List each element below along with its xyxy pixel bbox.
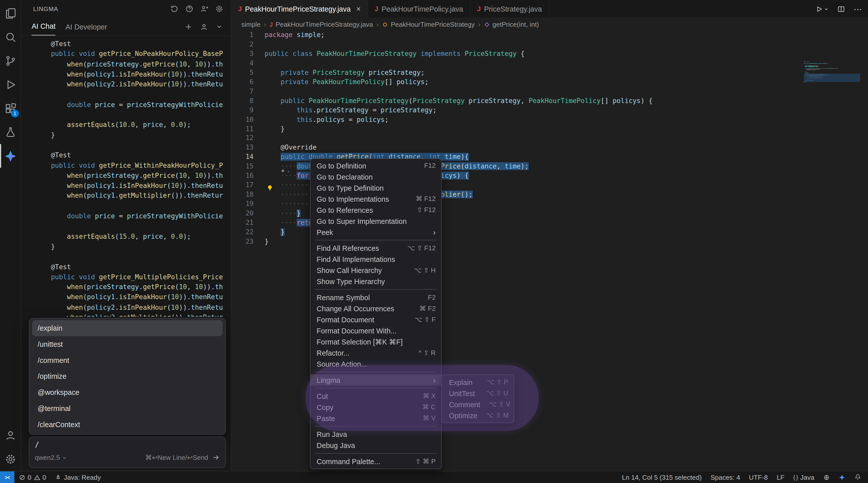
chat-code-line: when(policy2.isInPeakHour(10)).thenRetu: [51, 79, 231, 89]
chevron-down-icon[interactable]: [214, 22, 224, 32]
breadcrumb-item-getprice-int-int[interactable]: getPrice(int, int): [484, 20, 539, 28]
chat-input-box[interactable]: / qwen2.5 ⌘↩New Line/↩Send: [29, 436, 226, 468]
chat-code-line: when(policy2.getMultiplier()).thenRetur: [51, 313, 231, 317]
menu-item-go-to-implementations[interactable]: Go to Implementations⌘ F12: [310, 193, 441, 204]
menu-item-run-java[interactable]: Run Java: [310, 429, 441, 440]
menu-item-find-all-implementations[interactable]: Find All Implementations: [310, 254, 441, 265]
submenu-item-explain[interactable]: Explain⌥ ⇧ P: [442, 377, 514, 388]
menu-item-show-type-hierarchy[interactable]: Show Type Hierarchy: [310, 276, 441, 287]
slash-command-workspace[interactable]: @workspace: [32, 384, 223, 400]
chat-code-line: when(policy1.isInPeakHour(10)).thenRetu: [51, 69, 231, 79]
menu-item-peek[interactable]: Peek›: [310, 227, 441, 238]
problems-status[interactable]: 0 0: [14, 472, 51, 483]
menu-item-source-action[interactable]: Source Action...: [310, 358, 441, 369]
breadcrumb-separator: ›: [478, 20, 480, 28]
activity-explorer-icon[interactable]: [0, 1, 20, 25]
remote-indicator[interactable]: ><: [0, 472, 14, 483]
slash-command-unittest[interactable]: /unittest: [32, 336, 223, 352]
cursor-position[interactable]: Ln 14, Col 5 (315 selected): [617, 472, 706, 483]
lingma-codelens-icon[interactable]: ⌄: [280, 167, 290, 176]
send-hint: ⌘↩New Line/↩Send: [146, 454, 208, 461]
chat-code-line: [51, 252, 231, 262]
menu-item-rename-symbol[interactable]: Rename SymbolF2: [310, 292, 441, 303]
code-line: 9 this.priceStrategy = priceStrategy;: [231, 106, 868, 115]
lingma-status-icon[interactable]: [834, 472, 850, 483]
submenu-arrow-icon: ›: [433, 375, 435, 384]
chat-code-line: when(priceStrategy.getPrice(10, 10)).th: [51, 59, 231, 69]
slash-command-terminal[interactable]: @terminal: [32, 400, 223, 417]
menu-item-format-document-with[interactable]: Format Document With...: [310, 325, 441, 336]
encoding-status[interactable]: UTF-8: [744, 472, 772, 483]
slash-command-optimize[interactable]: /optimize: [32, 368, 223, 385]
split-editor-icon[interactable]: [837, 5, 845, 13]
activity-account-icon[interactable]: [0, 423, 20, 447]
java-status[interactable]: Java: Ready: [51, 472, 105, 483]
language-mode[interactable]: { } Java: [789, 472, 819, 483]
quick-fix-lightbulb-icon[interactable]: [266, 184, 274, 192]
indentation-status[interactable]: Spaces: 4: [706, 472, 745, 483]
tab-ai-chat[interactable]: AI Chat: [31, 18, 55, 35]
menu-item-refactor[interactable]: Refactor...^ ⇧ R: [310, 347, 441, 358]
menu-item-command-palette[interactable]: Command Palette...⇧ ⌘ P: [310, 456, 441, 467]
run-button[interactable]: [815, 5, 829, 13]
chat-input-value[interactable]: /: [35, 441, 220, 454]
submenu-item-comment[interactable]: Comment⌥ ⇧ V: [442, 399, 514, 410]
help-icon[interactable]: [184, 4, 194, 14]
menu-item-show-call-hierarchy[interactable]: Show Call Hierarchy⌥ ⇧ H: [310, 265, 441, 276]
more-actions-icon[interactable]: ⋯: [854, 4, 863, 14]
history-icon[interactable]: [169, 4, 179, 14]
slash-command-clearcontext[interactable]: /clearContext: [32, 417, 223, 433]
menu-item-go-to-declaration[interactable]: Go to Declaration: [310, 171, 441, 182]
menu-item-cut[interactable]: Cut⌘ X: [310, 391, 441, 402]
new-chat-icon[interactable]: [183, 22, 193, 32]
activity-extensions-icon[interactable]: 1: [0, 96, 20, 120]
menu-item-debug-java[interactable]: Debug Java: [310, 440, 441, 451]
submenu-item-optimize[interactable]: Optimize⌥ ⇧ M: [442, 410, 514, 421]
invite-user-icon[interactable]: [199, 4, 209, 14]
line-number: 8: [231, 96, 254, 106]
editor-tab-peakhourtimepolicy-java[interactable]: JPeakHourTimePolicy.java: [368, 0, 470, 18]
line-number: 14: [231, 152, 254, 162]
braces-icon: { }: [793, 474, 798, 480]
menu-item-change-all-occurrences[interactable]: Change All Occurrences⌘ F2: [310, 303, 441, 314]
activity-testing-icon[interactable]: [0, 120, 20, 144]
activity-settings-icon[interactable]: [0, 447, 20, 471]
editor-tab-pricestrategy-java[interactable]: JPriceStrategy.java: [470, 0, 549, 18]
menu-item-lingma[interactable]: Lingma›: [310, 374, 441, 386]
tab-ai-developer[interactable]: AI Developer: [65, 18, 107, 35]
menu-item-format-document[interactable]: Format Document⌥ ⇧ F: [310, 314, 441, 325]
send-button[interactable]: [212, 454, 220, 461]
breadcrumb-item-peakhourtimepricestrategy-java[interactable]: JPeakHourTimePriceStrategy.java: [270, 20, 373, 28]
menu-item-format-selection-k-f[interactable]: Format Selection [⌘K ⌘F]: [310, 336, 441, 347]
breadcrumb-item-simple[interactable]: simple: [241, 20, 260, 28]
line-number: 7: [231, 87, 254, 96]
submenu-item-unittest[interactable]: UnitTest⌥ ⇧ U: [442, 388, 514, 399]
notifications-bell-icon[interactable]: [849, 472, 868, 483]
slash-command-comment[interactable]: /comment: [32, 352, 223, 368]
sidebar-settings-icon[interactable]: [214, 4, 224, 14]
minimap[interactable]: [804, 61, 860, 88]
line-number: 1: [231, 30, 254, 40]
close-tab-icon[interactable]: ×: [356, 4, 361, 13]
menu-item-go-to-references[interactable]: Go to References⇧ F12: [310, 204, 441, 216]
menu-item-go-to-type-definition[interactable]: Go to Type Definition: [310, 182, 441, 193]
extensions-badge: 1: [11, 110, 19, 118]
rocket-icon: [55, 474, 62, 481]
activity-lingma-icon[interactable]: [0, 144, 20, 168]
menu-item-go-to-definition[interactable]: Go to DefinitionF12: [310, 160, 441, 171]
submenu-arrow-icon: ›: [433, 227, 435, 236]
menu-item-find-all-references[interactable]: Find All References⌥ ⇧ F12: [310, 243, 441, 254]
eol-status[interactable]: LF: [772, 472, 789, 483]
menu-item-go-to-super-implementation[interactable]: Go to Super Implementation: [310, 216, 441, 227]
menu-item-paste[interactable]: Paste⌘ V: [310, 413, 441, 424]
activity-source-control-icon[interactable]: [0, 49, 20, 73]
activity-run-and-debug-icon[interactable]: [0, 73, 20, 96]
language-server-icon[interactable]: [819, 472, 834, 483]
slash-command-explain[interactable]: /explain: [32, 320, 223, 336]
activity-search-icon[interactable]: [0, 25, 20, 49]
menu-item-copy[interactable]: Copy⌘ C: [310, 402, 441, 413]
editor-tab-peakhourtimepricestrategy-java[interactable]: JPeakHourTimePriceStrategy.java×: [231, 0, 368, 18]
breadcrumb-item-peakhourtimepricestrategy[interactable]: PeakHourTimePriceStrategy: [382, 20, 475, 28]
profile-icon[interactable]: [199, 22, 209, 32]
model-selector[interactable]: qwen2.5: [35, 454, 68, 461]
